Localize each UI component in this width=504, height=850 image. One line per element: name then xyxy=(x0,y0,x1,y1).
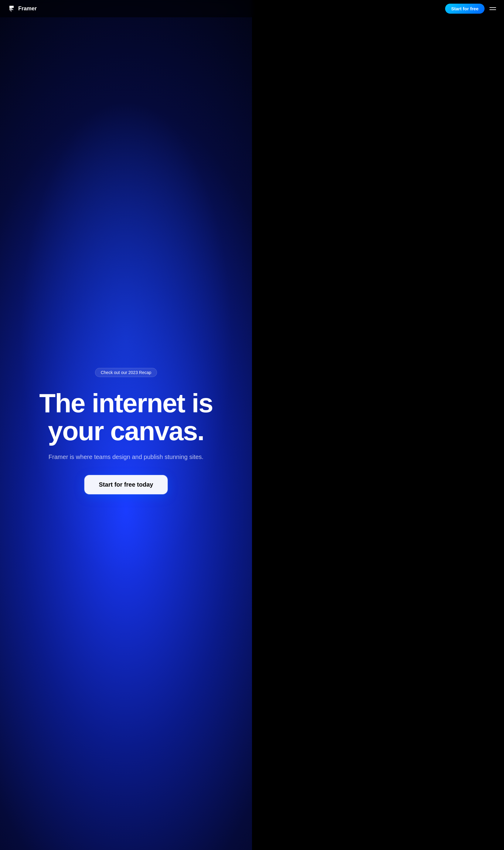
recap-badge[interactable]: Check out our 2023 Recap xyxy=(95,368,157,377)
hero-subtitle: Framer is where teams design and publish… xyxy=(49,454,203,460)
hero-section: Check out our 2023 Recap The internet is… xyxy=(0,0,252,850)
navigation: Framer Start for free xyxy=(0,0,252,17)
hero-cta-button[interactable]: Start for free today xyxy=(85,475,168,494)
framer-logo-icon xyxy=(7,4,16,13)
hero-title: The internet is your canvas. xyxy=(39,389,213,445)
nav-logo[interactable]: Framer xyxy=(7,4,37,13)
